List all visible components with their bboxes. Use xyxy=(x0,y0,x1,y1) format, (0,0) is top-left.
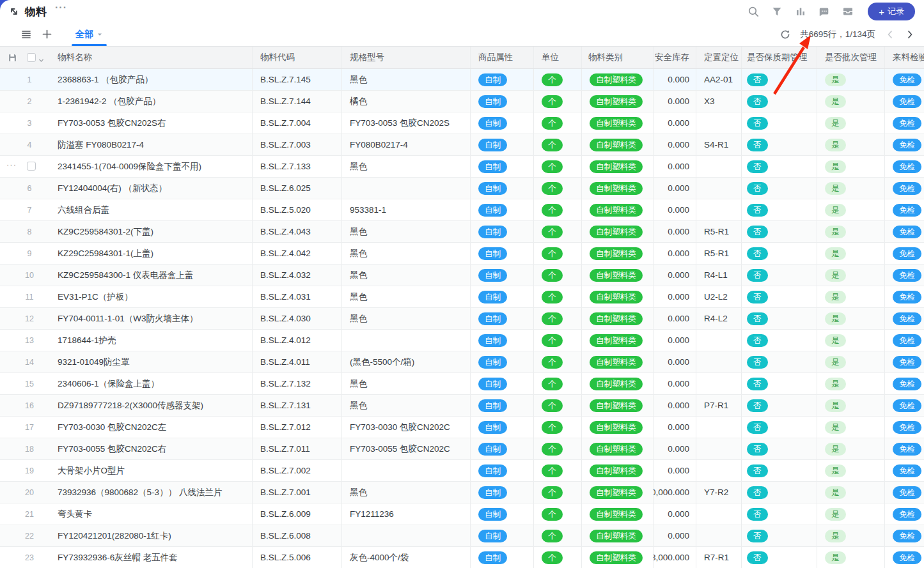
cell-spec-model[interactable] xyxy=(342,178,471,199)
cell-product-attr[interactable]: 自制 xyxy=(471,156,534,177)
cell-batch-mgmt[interactable]: 是 xyxy=(817,134,885,155)
cell-safety-stock[interactable]: 0.000 xyxy=(654,156,696,177)
cell-batch-mgmt[interactable]: 是 xyxy=(817,112,885,134)
cell-material-code[interactable]: B.SL.Z.6.008 xyxy=(253,525,342,546)
cell-spec-model[interactable]: 灰色-4000个/袋 xyxy=(342,547,471,568)
cell-product-attr[interactable]: 自制 xyxy=(471,330,534,351)
batch-badge[interactable]: 是 xyxy=(825,356,846,369)
cell-shelf-life[interactable]: 否 xyxy=(742,156,817,177)
cell-unit[interactable]: 个 xyxy=(534,265,582,286)
cell-safety-stock[interactable]: 0.000 xyxy=(654,308,696,329)
unit-badge[interactable]: 个 xyxy=(542,291,563,303)
cell-material-name[interactable]: ··· 21 弯头黄卡 xyxy=(0,503,253,525)
shelf-life-badge[interactable]: 否 xyxy=(747,530,768,542)
cell-material-category[interactable]: 自制塑料类 xyxy=(582,308,654,329)
table-row[interactable]: ··· 17 FY703-0030 包胶CN202C左 B.SL.Z.7.012… xyxy=(0,417,924,438)
cell-material-name[interactable]: ··· 17 FY703-0030 包胶CN202C左 xyxy=(0,417,253,438)
cell-spec-model[interactable]: FY703-0030 包胶CN202C xyxy=(342,417,471,438)
cell-material-name[interactable]: ··· 7 六线组合后盖 xyxy=(0,199,253,220)
cell-inspection[interactable]: 免检 xyxy=(885,286,924,307)
unit-badge[interactable]: 个 xyxy=(542,226,563,238)
cell-location[interactable]: R4-L2 xyxy=(696,308,742,329)
cell-material-category[interactable]: 自制塑料类 xyxy=(582,460,654,481)
row-menu-icon[interactable]: ··· xyxy=(6,160,17,169)
cell-batch-mgmt[interactable]: 是 xyxy=(817,547,885,568)
title-more-icon[interactable]: ··· xyxy=(55,2,67,13)
cell-inspection[interactable]: 免检 xyxy=(885,460,924,481)
shelf-life-badge[interactable]: 否 xyxy=(747,291,768,303)
cell-material-category[interactable]: 自制塑料类 xyxy=(582,438,654,459)
cell-inspection[interactable]: 免检 xyxy=(885,482,924,503)
cell-material-category[interactable]: 自制塑料类 xyxy=(582,547,654,568)
cell-shelf-life[interactable]: 否 xyxy=(742,460,817,481)
category-badge[interactable]: 自制塑料类 xyxy=(590,139,643,151)
attr-badge[interactable]: 自制 xyxy=(478,182,507,195)
shelf-life-badge[interactable]: 否 xyxy=(747,117,768,130)
view-list-icon[interactable] xyxy=(21,29,31,40)
batch-badge[interactable]: 是 xyxy=(825,334,846,347)
cell-safety-stock[interactable]: 0.000 xyxy=(654,91,696,112)
save-icon[interactable] xyxy=(8,53,17,63)
inspect-badge[interactable]: 免检 xyxy=(893,269,921,282)
checkbox-chevron-icon[interactable] xyxy=(38,56,44,61)
category-badge[interactable]: 自制塑料类 xyxy=(590,551,643,564)
cell-inspection[interactable]: 免检 xyxy=(885,395,924,416)
unit-badge[interactable]: 个 xyxy=(542,356,563,369)
cell-shelf-life[interactable]: 否 xyxy=(742,438,817,459)
chart-icon[interactable] xyxy=(795,6,806,17)
cell-batch-mgmt[interactable]: 是 xyxy=(817,69,885,90)
cell-unit[interactable]: 个 xyxy=(534,308,582,329)
inspect-badge[interactable]: 免检 xyxy=(893,95,921,108)
cell-batch-mgmt[interactable]: 是 xyxy=(817,482,885,503)
unit-badge[interactable]: 个 xyxy=(542,399,563,412)
cell-safety-stock[interactable]: 0.000 xyxy=(654,373,696,394)
inspect-badge[interactable]: 免检 xyxy=(893,421,921,434)
cell-safety-stock[interactable]: 0.000 xyxy=(654,69,696,90)
cell-spec-model[interactable]: FY703-0053 包胶CN202S xyxy=(342,112,471,134)
cell-material-code[interactable]: B.SL.Z.7.131 xyxy=(253,395,342,416)
cell-inspection[interactable]: 免检 xyxy=(885,134,924,155)
cell-spec-model[interactable] xyxy=(342,460,471,481)
cell-material-name[interactable]: ··· 23 FY73932936-6灰丝帽 老五件套 xyxy=(0,547,253,568)
cell-unit[interactable]: 个 xyxy=(534,525,582,546)
category-badge[interactable]: 自制塑料类 xyxy=(590,399,643,412)
attr-badge[interactable]: 自制 xyxy=(478,530,507,542)
cell-material-code[interactable]: B.SL.Z.4.031 xyxy=(253,286,342,307)
cell-safety-stock[interactable]: 0.000 xyxy=(654,395,696,416)
shelf-life-badge[interactable]: 否 xyxy=(747,551,768,564)
cell-unit[interactable]: 个 xyxy=(534,395,582,416)
cell-safety-stock[interactable]: 0.000 xyxy=(654,417,696,438)
cell-material-name[interactable]: ··· 4 防溢塞 FY080B0217-4 xyxy=(0,134,253,155)
cell-material-category[interactable]: 自制塑料类 xyxy=(582,134,654,155)
add-record-button[interactable]: + 记录 xyxy=(868,3,915,20)
cell-inspection[interactable]: 免检 xyxy=(885,221,924,242)
cell-inspection[interactable]: 免检 xyxy=(885,503,924,525)
inspect-badge[interactable]: 免检 xyxy=(893,530,921,542)
cell-shelf-life[interactable]: 否 xyxy=(742,417,817,438)
batch-badge[interactable]: 是 xyxy=(825,247,846,260)
cell-safety-stock[interactable]: 0.000 xyxy=(654,134,696,155)
attr-badge[interactable]: 自制 xyxy=(478,334,507,347)
cell-unit[interactable]: 个 xyxy=(534,286,582,307)
cell-material-name[interactable]: ··· 6 FY12404004(右) （新状态） xyxy=(0,178,253,199)
category-badge[interactable]: 自制塑料类 xyxy=(590,182,643,195)
cell-material-category[interactable]: 自制塑料类 xyxy=(582,286,654,307)
inspect-badge[interactable]: 免检 xyxy=(893,334,921,347)
cell-material-name[interactable]: ··· 12 FY704-0011-1-01（W3防火墙主体） xyxy=(0,308,253,329)
category-badge[interactable]: 自制塑料类 xyxy=(590,508,643,521)
cell-safety-stock[interactable]: 0.000 xyxy=(654,199,696,220)
cell-safety-stock[interactable]: 0.000 xyxy=(654,460,696,481)
table-row[interactable]: ··· 9 KZ29C25984301-1(上盖) B.SL.Z.4.042 黑… xyxy=(0,243,924,265)
cell-unit[interactable]: 个 xyxy=(534,438,582,459)
inbox-icon[interactable] xyxy=(842,6,854,17)
cell-location[interactable]: R4-L1 xyxy=(696,265,742,286)
cell-shelf-life[interactable]: 否 xyxy=(742,286,817,307)
cell-material-category[interactable]: 自制塑料类 xyxy=(582,199,654,220)
table-row[interactable]: ··· 10 KZ9C259584300-1 仪表电器盒上盖 B.SL.Z.4.… xyxy=(0,265,924,286)
cell-safety-stock[interactable]: 0.000 xyxy=(654,438,696,459)
category-badge[interactable]: 自制塑料类 xyxy=(590,291,643,303)
cell-location[interactable]: X3 xyxy=(696,91,742,112)
cell-batch-mgmt[interactable]: 是 xyxy=(817,199,885,220)
cell-product-attr[interactable]: 自制 xyxy=(471,286,534,307)
cell-unit[interactable]: 个 xyxy=(534,417,582,438)
